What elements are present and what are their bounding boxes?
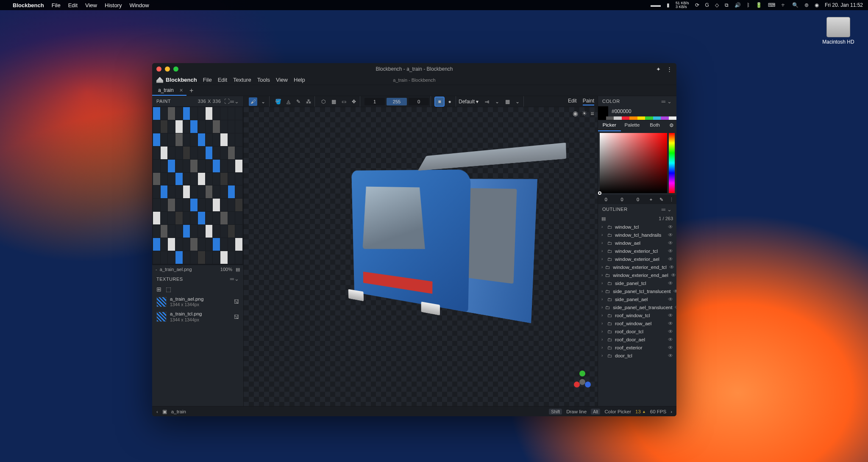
add-color-icon[interactable]: +	[646, 195, 656, 204]
shading-dropdown[interactable]: Default ▾	[459, 99, 479, 105]
chevron-right-icon[interactable]: ›	[601, 265, 603, 269]
bluetooth-icon[interactable]: ᛒ	[747, 2, 750, 8]
chevron-right-icon[interactable]: ›	[601, 329, 605, 334]
cpu-indicator-icon[interactable]: ▮	[667, 2, 670, 8]
outliner-options-icon[interactable]: ═ ⌄	[662, 206, 672, 213]
menubar-clock[interactable]: Fri 20. Jan 11:52	[825, 2, 863, 8]
color-eyedrop-icon[interactable]: ✎	[656, 195, 666, 204]
color-more-icon[interactable]: ⋮	[666, 195, 676, 204]
uv-layers-icon[interactable]: ▤	[236, 267, 240, 272]
blockbench-logo[interactable]: Blockbench	[156, 77, 197, 83]
brush-tool-icon[interactable]: 🖌	[249, 97, 257, 106]
visibility-toggle-icon[interactable]: 👁	[668, 280, 673, 286]
picker-tab-both[interactable]: Both	[643, 120, 666, 131]
palette-swatches[interactable]	[598, 116, 676, 120]
visibility-toggle-icon[interactable]: 👁	[668, 345, 673, 351]
volume-icon[interactable]: 🔊	[734, 2, 741, 8]
outliner-item[interactable]: ›🗀roof_door_ael👁	[598, 335, 676, 343]
uv-fullscreen-icon[interactable]: ⛶	[224, 98, 230, 105]
macos-app-name[interactable]: Blockbench	[13, 2, 44, 8]
visibility-toggle-icon[interactable]: 👁	[673, 288, 676, 294]
texture-save-icon[interactable]: 🖫	[234, 314, 239, 320]
eyedropper-tool-icon[interactable]: ⁂	[304, 97, 313, 106]
orientation-gizmo[interactable]	[573, 371, 592, 389]
status-nav-forward-icon[interactable]: ›	[670, 409, 672, 414]
rgb-b-input[interactable]: 0	[630, 195, 646, 204]
menu-icon-link[interactable]: ⧉	[725, 2, 729, 8]
menu-icon-google[interactable]: G	[705, 2, 709, 8]
macos-menu-history[interactable]: History	[105, 2, 122, 8]
macos-menu-window[interactable]: Window	[129, 2, 149, 8]
siri-icon[interactable]: ◉	[815, 2, 819, 8]
visibility-toggle-icon[interactable]: 👁	[668, 240, 673, 246]
spotlight-icon[interactable]: 🔍	[792, 2, 798, 8]
tab-close-icon[interactable]: ×	[180, 87, 183, 94]
chevron-right-icon[interactable]: ›	[601, 273, 603, 277]
square-brush-icon[interactable]: ■	[435, 97, 444, 106]
color-options-icon[interactable]: ═ ⌄	[662, 98, 672, 105]
textures-options-icon[interactable]: ═	[230, 276, 234, 282]
texture-import-icon[interactable]: ⬚	[166, 286, 171, 293]
outliner-item[interactable]: ›🗀window_exterior_end_tcl👁	[598, 263, 676, 271]
chevron-right-icon[interactable]: ›	[601, 241, 605, 245]
macos-menu-view[interactable]: View	[85, 2, 97, 8]
outliner-add-icon[interactable]: ▤	[601, 216, 606, 221]
outliner-item[interactable]: ›🗀window_tcl_handrails👁	[598, 231, 676, 239]
chevron-right-icon[interactable]: ›	[601, 249, 605, 253]
control-center-icon[interactable]: ⊚	[804, 2, 809, 8]
uv-chevron-icon[interactable]: ⌄	[234, 98, 239, 105]
keyboard-layout-icon[interactable]: ⌨	[768, 2, 775, 8]
tab-add-button[interactable]: +	[186, 87, 197, 94]
3d-viewport[interactable]: ◉ ☀ ≡	[244, 107, 598, 406]
visibility-toggle-icon[interactable]: 👁	[668, 256, 673, 262]
eraser-tool-icon[interactable]: ◬	[284, 97, 292, 106]
chevron-right-icon[interactable]: ›	[601, 297, 605, 302]
chevron-right-icon[interactable]: ›	[601, 337, 605, 342]
picker-tab-picker[interactable]: Picker	[598, 120, 621, 131]
rgb-g-input[interactable]: 0	[614, 195, 630, 204]
picker-tab-palette[interactable]: Palette	[621, 120, 644, 131]
rgb-r-input[interactable]: 0	[598, 195, 614, 204]
dock-activity-icon[interactable]: ▬▬	[651, 2, 661, 8]
warning-count[interactable]: 13	[635, 409, 641, 414]
macos-menu-edit[interactable]: Edit	[68, 2, 78, 8]
gradient-tool-icon[interactable]: ▦	[329, 97, 338, 106]
window-titlebar[interactable]: Blockbench - a_train - Blockbench ✦ ⋮	[152, 63, 676, 75]
menu-icon-1[interactable]: ⟳	[695, 2, 699, 8]
hex-input[interactable]: #000000	[608, 108, 676, 114]
move-tool-icon[interactable]: ✥	[350, 97, 358, 106]
visibility-toggle-icon[interactable]: 👁	[668, 296, 673, 302]
menu-icon-diamond[interactable]: ◇	[715, 2, 719, 8]
circle-brush-icon[interactable]: ●	[445, 97, 454, 106]
chevron-right-icon[interactable]: ›	[601, 313, 605, 318]
outliner-item[interactable]: ›🗀window_exterior_tcl👁	[598, 247, 676, 255]
visibility-toggle-icon[interactable]: 👁	[668, 337, 673, 343]
view-dropdown-icon[interactable]: ⌄	[493, 97, 501, 106]
outliner-item[interactable]: ›🗀roof_exterior👁	[598, 343, 676, 351]
outliner-item[interactable]: ›🗀roof_window_ael👁	[598, 319, 676, 327]
chevron-right-icon[interactable]: ›	[601, 345, 605, 350]
chevron-right-icon[interactable]: ›	[601, 257, 605, 261]
brush-softness-input[interactable]: 0	[409, 98, 429, 105]
app-menu-tools[interactable]: Tools	[257, 77, 270, 83]
chevron-right-icon[interactable]: ›	[601, 321, 605, 326]
camera-icon[interactable]: ▦	[503, 97, 512, 106]
outliner-item[interactable]: ›🗀side_panel_tcl_translucent👁	[598, 287, 676, 295]
chevron-right-icon[interactable]: ›	[601, 289, 603, 293]
visibility-toggle-icon[interactable]: 👁	[668, 248, 673, 254]
color-swatch[interactable]	[598, 106, 608, 116]
desktop-macintosh-hd[interactable]: Macintosh HD	[821, 17, 855, 45]
saturation-value-picker[interactable]	[600, 133, 667, 193]
view-focus-icon[interactable]: ◉	[573, 110, 578, 117]
texture-save-icon[interactable]: 🖫	[234, 299, 239, 305]
app-menu-file[interactable]: File	[203, 77, 212, 83]
fill-tool-icon[interactable]: 🪣	[274, 97, 282, 106]
visibility-toggle-icon[interactable]: 👁	[668, 353, 673, 359]
split-view-icon[interactable]: ⫥	[483, 97, 491, 106]
outliner-item[interactable]: ›🗀roof_window_tcl👁	[598, 311, 676, 319]
outliner-item[interactable]: ›🗀side_panel_ael👁	[598, 295, 676, 303]
outliner-item[interactable]: ›🗀window_ael👁	[598, 239, 676, 247]
outliner-item[interactable]: ›🗀side_panel_tcl👁	[598, 279, 676, 287]
uv-editor[interactable]	[152, 106, 243, 265]
app-menu-view[interactable]: View	[276, 77, 288, 83]
